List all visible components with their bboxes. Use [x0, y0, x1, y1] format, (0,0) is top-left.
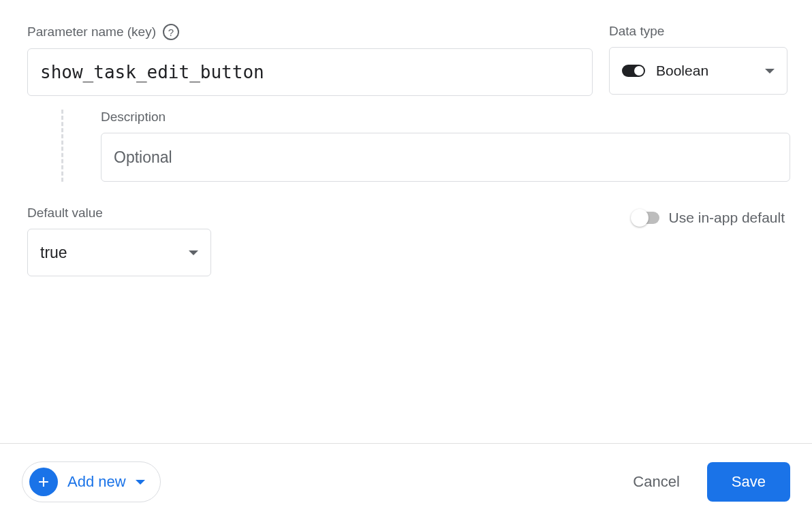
help-icon[interactable]: ?	[163, 24, 179, 40]
parameter-name-label-text: Parameter name (key)	[27, 25, 156, 39]
default-value-group: Default value true	[27, 206, 211, 276]
description-section: Description	[27, 110, 785, 182]
inapp-default-group: Use in-app default	[632, 210, 785, 226]
description-input[interactable]	[101, 133, 790, 182]
plus-icon: +	[29, 468, 58, 496]
default-value-section: Default value true Use in-app default	[27, 206, 785, 276]
chevron-down-icon	[189, 250, 198, 255]
inapp-default-toggle[interactable]	[632, 212, 659, 224]
inapp-default-label: Use in-app default	[669, 210, 785, 226]
parameter-name-input[interactable]	[27, 48, 593, 96]
default-value-label-text: Default value	[27, 206, 103, 221]
description-group: Description	[101, 110, 790, 182]
description-label: Description	[101, 110, 790, 125]
parameter-name-label: Parameter name (key) ?	[27, 24, 593, 40]
parameter-name-group: Parameter name (key) ?	[27, 24, 593, 96]
save-button[interactable]: Save	[707, 462, 790, 502]
default-value-label: Default value	[27, 206, 211, 221]
data-type-select[interactable]: Boolean	[609, 47, 787, 95]
default-value-selected: true	[40, 244, 67, 262]
description-label-text: Description	[101, 110, 166, 125]
default-value-select[interactable]: true	[27, 229, 211, 276]
toggle-thumb	[631, 209, 649, 227]
add-new-label: Add new	[67, 473, 126, 491]
data-type-selected: Boolean	[656, 63, 754, 79]
data-type-label: Data type	[609, 24, 787, 39]
boolean-toggle-icon	[622, 64, 645, 78]
data-type-label-text: Data type	[609, 24, 664, 39]
tree-connector	[61, 110, 63, 182]
footer-actions: Cancel Save	[633, 462, 790, 502]
data-type-group: Data type Boolean	[609, 24, 787, 96]
add-new-button[interactable]: + Add new	[22, 461, 161, 502]
chevron-down-icon	[765, 69, 775, 74]
footer: + Add new Cancel Save	[0, 443, 812, 520]
cancel-button[interactable]: Cancel	[633, 473, 679, 491]
chevron-down-icon	[136, 480, 145, 485]
